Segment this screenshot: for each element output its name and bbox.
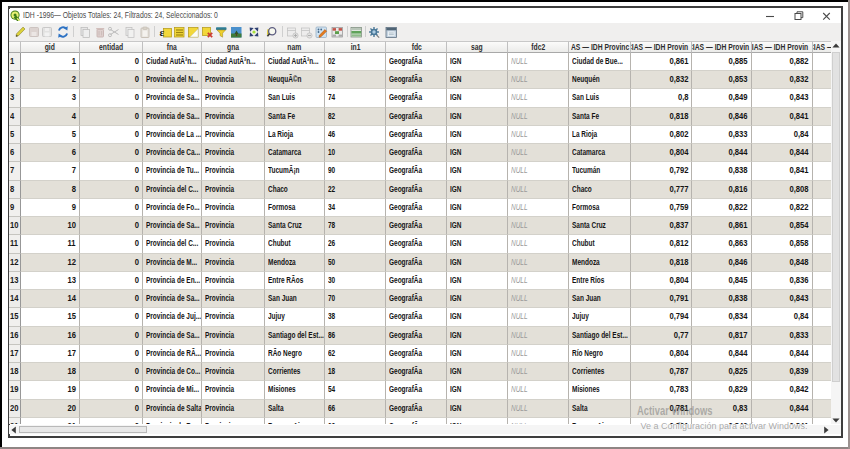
svg-text:ε: ε <box>159 26 164 38</box>
